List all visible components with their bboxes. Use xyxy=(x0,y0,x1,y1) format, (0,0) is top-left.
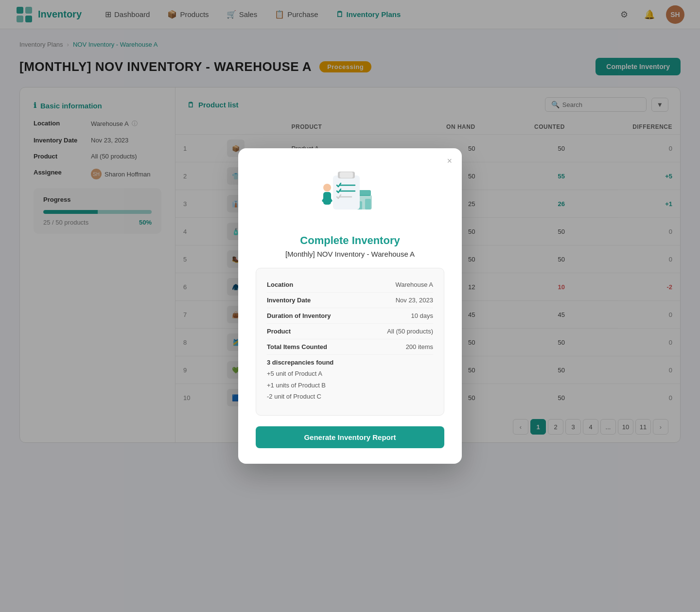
complete-inventory-modal: × xyxy=(238,148,462,455)
modal-overlay[interactable]: × xyxy=(0,0,700,455)
modal-date-row: Inventory Date Nov 23, 2023 xyxy=(267,293,433,308)
modal-close-button[interactable]: × xyxy=(447,156,452,166)
svg-rect-7 xyxy=(365,199,371,210)
svg-rect-10 xyxy=(340,172,353,178)
modal-discrepancies-row: 3 discrepancies found +5 unit of Product… xyxy=(267,355,433,406)
modal-illustration xyxy=(256,166,444,226)
svg-point-14 xyxy=(323,184,331,192)
modal-info-box: Location Warehouse A Inventory Date Nov … xyxy=(256,268,444,415)
modal-duration-row: Duration of Inventory 10 days xyxy=(267,308,433,324)
modal-product-row: Product All (50 products) xyxy=(267,324,433,339)
modal-location-row: Location Warehouse A xyxy=(267,277,433,293)
modal-title: Complete Inventory xyxy=(256,234,444,247)
modal-subtitle: [Monthly] NOV Inventory - Warehouse A xyxy=(256,250,444,258)
modal-items-row: Total Items Counted 200 items xyxy=(267,339,433,355)
discrepancy-lines: +5 unit of Product A+1 units of Product … xyxy=(267,368,433,402)
generate-report-button[interactable]: Generate Inventory Report xyxy=(256,426,444,448)
svg-rect-8 xyxy=(333,175,360,210)
